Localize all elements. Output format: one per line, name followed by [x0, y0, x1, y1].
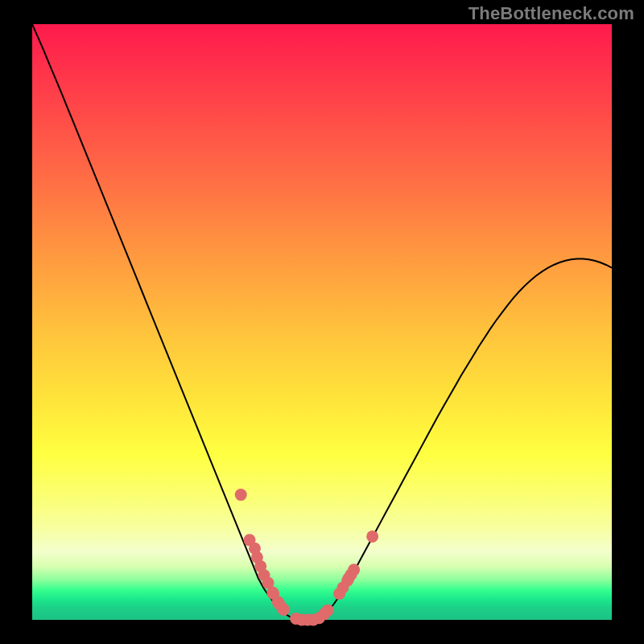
plot-area — [32, 24, 612, 620]
bottleneck-curve — [32, 24, 612, 620]
sample-marker — [244, 534, 256, 546]
watermark-text: TheBottleneck.com — [469, 3, 634, 24]
chart-canvas: TheBottleneck.com — [0, 0, 644, 644]
curve-svg — [32, 24, 612, 620]
sample-marker — [366, 530, 378, 543]
sample-marker — [322, 605, 334, 617]
sample-marker — [235, 489, 247, 501]
sample-marker — [348, 564, 360, 576]
sample-marker — [278, 604, 290, 616]
